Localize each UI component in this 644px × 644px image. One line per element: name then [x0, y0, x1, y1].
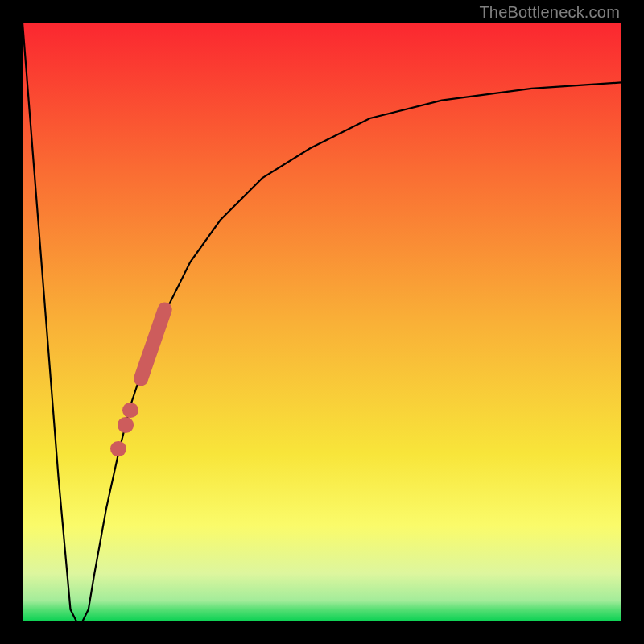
- plot-area: [23, 23, 621, 621]
- watermark-text: TheBottleneck.com: [479, 3, 620, 22]
- bottleneck-curve: [23, 23, 621, 621]
- data-marker-dot: [118, 417, 133, 432]
- data-marker-dot: [110, 441, 126, 456]
- data-marker-dot: [122, 402, 138, 418]
